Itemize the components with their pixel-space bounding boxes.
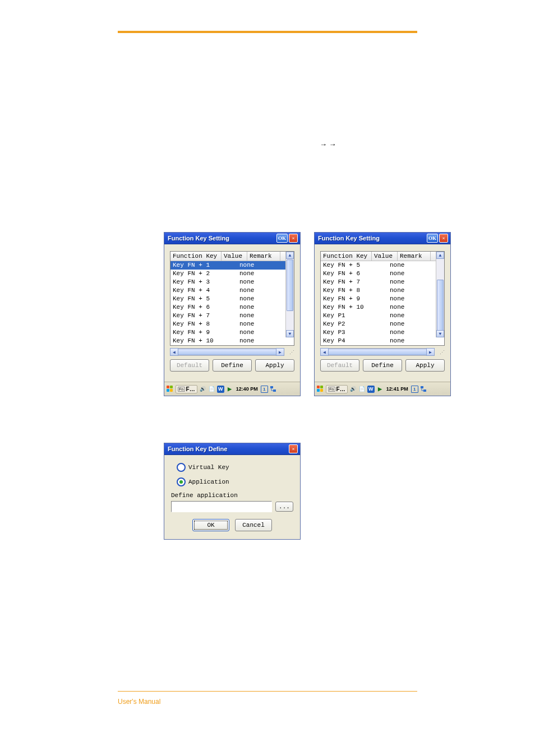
col-remark[interactable]: Remark bbox=[398, 252, 431, 261]
table-row[interactable]: Key FN + 4none bbox=[170, 286, 294, 295]
scroll-up-icon[interactable]: ▲ bbox=[436, 252, 444, 259]
cancel-button[interactable]: Cancel bbox=[235, 519, 272, 531]
doc-tray-icon[interactable]: 📄 bbox=[208, 386, 215, 393]
vertical-scrollbar[interactable]: ▲ ▼ bbox=[285, 252, 294, 337]
taskbar-task[interactable]: FnF… bbox=[326, 385, 348, 393]
cell-value bbox=[219, 337, 239, 345]
scroll-left-icon[interactable]: ◀ bbox=[320, 348, 329, 356]
table-row[interactable]: Key FN + 3none bbox=[170, 278, 294, 286]
network-tray-icon[interactable] bbox=[420, 386, 427, 393]
browse-button[interactable]: ... bbox=[275, 502, 293, 512]
table-row[interactable]: Key FN + 8none bbox=[170, 320, 294, 328]
cell-value bbox=[369, 320, 390, 328]
define-application-label: Define application bbox=[171, 492, 293, 499]
titlebar-close-button[interactable]: × bbox=[289, 444, 298, 453]
cell-remark: none bbox=[239, 270, 268, 278]
resize-grip-icon[interactable]: ⋰ bbox=[287, 348, 294, 356]
volume-tray-icon[interactable]: 🔊 bbox=[349, 386, 357, 393]
virtual-key-radio-row[interactable]: Virtual Key bbox=[177, 463, 288, 472]
table-row[interactable]: Key FN + 2none bbox=[170, 270, 294, 278]
table-row[interactable]: Key P4none bbox=[321, 337, 444, 345]
cell-value bbox=[369, 295, 390, 303]
cell-function-key: Key P4 bbox=[323, 337, 369, 345]
w-tray-icon[interactable]: W bbox=[217, 386, 224, 393]
horizontal-scrollbar[interactable]: ◀ ▶ bbox=[170, 348, 284, 356]
titlebar-ok-button[interactable]: OK bbox=[427, 234, 438, 243]
col-function-key[interactable]: Function Key bbox=[321, 252, 372, 261]
col-function-key[interactable]: Function Key bbox=[170, 252, 222, 261]
radio-unchecked-icon[interactable] bbox=[177, 463, 186, 472]
table-row[interactable]: Key FN + 5none bbox=[170, 295, 294, 303]
table-row[interactable]: Key FN + 8none bbox=[321, 286, 444, 295]
scroll-left-icon[interactable]: ◀ bbox=[170, 348, 178, 356]
table-row[interactable]: Key FN + 10none bbox=[170, 337, 294, 345]
table-row[interactable]: Key FN + 6none bbox=[321, 270, 444, 278]
scroll-right-icon[interactable]: ▶ bbox=[276, 348, 284, 356]
table-row[interactable]: Key FN + 7none bbox=[170, 312, 294, 320]
radio-checked-icon[interactable] bbox=[177, 477, 186, 486]
scroll-down-icon[interactable]: ▼ bbox=[436, 330, 444, 337]
network-tray-icon[interactable] bbox=[270, 386, 277, 393]
titlebar-close-button[interactable]: × bbox=[439, 234, 448, 243]
input-indicator-icon[interactable]: 1 bbox=[411, 386, 418, 393]
default-button[interactable]: Default bbox=[320, 359, 359, 372]
titlebar-ok-button[interactable]: OK bbox=[276, 234, 288, 243]
apply-button[interactable]: Apply bbox=[405, 359, 445, 372]
default-button[interactable]: Default bbox=[170, 359, 209, 372]
cell-value bbox=[369, 261, 390, 270]
table-row[interactable]: Key FN + 7none bbox=[321, 278, 444, 286]
titlebar: Function Key Setting OK × bbox=[164, 233, 300, 244]
table-row[interactable]: Key FN + 6none bbox=[170, 303, 294, 312]
table-row[interactable]: Key FN + 9none bbox=[321, 295, 444, 303]
vertical-scrollbar[interactable]: ▲ ▼ bbox=[436, 252, 444, 337]
scroll-thumb[interactable] bbox=[437, 280, 444, 331]
window-title: Function Key Define bbox=[168, 446, 227, 452]
taskbar-task[interactable]: FnF… bbox=[176, 385, 197, 393]
horizontal-scrollbar[interactable]: ◀ ▶ bbox=[320, 348, 435, 356]
define-button[interactable]: Define bbox=[213, 359, 252, 372]
application-path-input[interactable] bbox=[171, 501, 272, 512]
col-value[interactable]: Value bbox=[222, 252, 247, 261]
start-icon[interactable] bbox=[316, 385, 324, 393]
top-rule bbox=[118, 31, 417, 33]
scroll-right-icon[interactable]: ▶ bbox=[426, 348, 435, 356]
apply-button[interactable]: Apply bbox=[255, 359, 294, 372]
hscroll-thumb[interactable] bbox=[328, 349, 427, 355]
cell-function-key: Key FN + 8 bbox=[323, 286, 369, 295]
table-row[interactable]: Key FN + 5none bbox=[321, 261, 444, 270]
radio-label: Application bbox=[188, 479, 229, 485]
application-radio-row[interactable]: Application bbox=[177, 477, 288, 486]
hscroll-thumb[interactable] bbox=[178, 349, 276, 355]
taskbar-clock: 12:41 PM bbox=[386, 386, 408, 392]
doc-tray-icon[interactable]: 📄 bbox=[358, 386, 366, 393]
scroll-thumb[interactable] bbox=[287, 259, 293, 311]
table-row[interactable]: Key FN + 1none bbox=[170, 261, 294, 270]
resize-grip-icon[interactable]: ⋰ bbox=[437, 348, 445, 356]
scroll-down-icon[interactable]: ▼ bbox=[286, 330, 294, 337]
cell-value bbox=[219, 320, 239, 328]
ok-button[interactable]: OK bbox=[192, 519, 229, 531]
volume-tray-icon[interactable]: 🔊 bbox=[199, 386, 206, 393]
scroll-up-icon[interactable]: ▲ bbox=[286, 252, 294, 259]
table-row[interactable]: Key P3none bbox=[321, 328, 444, 337]
radio-label: Virtual Key bbox=[188, 464, 229, 471]
start-icon[interactable] bbox=[166, 385, 174, 393]
taskbar-clock: 12:40 PM bbox=[236, 386, 258, 392]
taskbar: FnF… 🔊 📄 W ▶ 12:40 PM 1 bbox=[164, 382, 300, 396]
cell-remark: none bbox=[390, 295, 418, 303]
task-label: F… bbox=[186, 386, 195, 392]
input-indicator-icon[interactable]: 1 bbox=[261, 386, 268, 393]
titlebar-close-button[interactable]: × bbox=[289, 234, 298, 243]
cell-function-key: Key FN + 9 bbox=[323, 295, 369, 303]
table-row[interactable]: Key P1none bbox=[321, 312, 444, 320]
define-button[interactable]: Define bbox=[363, 359, 402, 372]
play-tray-icon[interactable]: ▶ bbox=[226, 386, 233, 393]
col-value[interactable]: Value bbox=[372, 252, 398, 261]
cell-value bbox=[369, 270, 390, 278]
table-row[interactable]: Key FN + 9none bbox=[170, 328, 294, 337]
w-tray-icon[interactable]: W bbox=[367, 386, 375, 393]
play-tray-icon[interactable]: ▶ bbox=[376, 386, 384, 393]
table-row[interactable]: Key FN + 10none bbox=[321, 303, 444, 312]
col-remark[interactable]: Remark bbox=[247, 252, 280, 261]
table-row[interactable]: Key P2none bbox=[321, 320, 444, 328]
